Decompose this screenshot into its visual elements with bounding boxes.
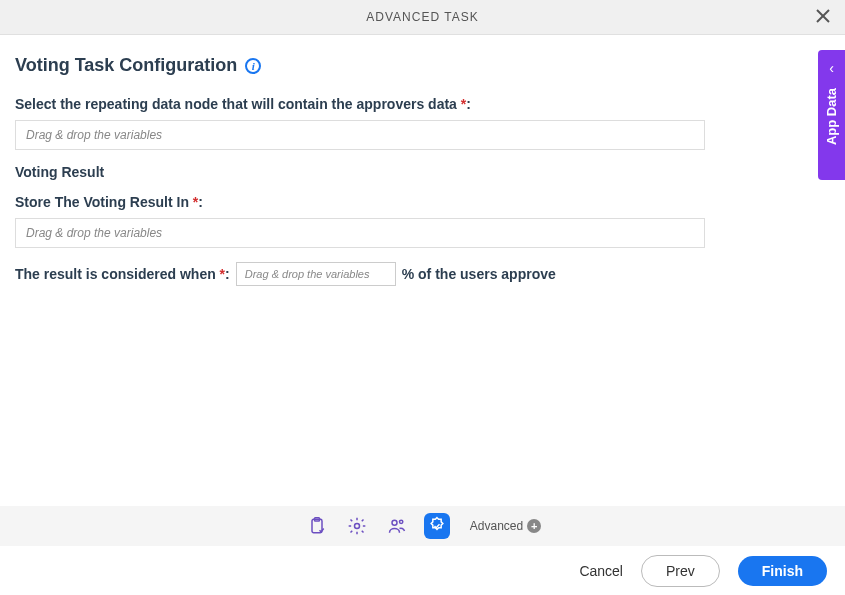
store-result-label: Store The Voting Result In *:: [15, 194, 830, 210]
cancel-button[interactable]: Cancel: [579, 563, 623, 579]
label-colon: :: [466, 96, 471, 112]
store-result-input[interactable]: Drag & drop the variables: [15, 218, 705, 248]
label-colon: :: [198, 194, 203, 210]
step-clipboard-icon[interactable]: [304, 513, 330, 539]
advanced-text: Advanced: [470, 519, 523, 533]
footer-bar: Cancel Prev Finish: [0, 546, 845, 595]
store-result-placeholder: Drag & drop the variables: [26, 226, 162, 240]
store-result-label-text: Store The Voting Result In: [15, 194, 193, 210]
stepper-bar: Advanced +: [0, 506, 845, 546]
approvers-label-text: Select the repeating data node that will…: [15, 96, 461, 112]
threshold-prefix: The result is considered when *:: [15, 266, 230, 282]
step-gear-icon[interactable]: [344, 513, 370, 539]
threshold-row: The result is considered when *: Drag & …: [15, 262, 830, 286]
page-title-row: Voting Task Configuration i: [15, 55, 830, 76]
page-title: Voting Task Configuration: [15, 55, 237, 76]
svg-point-4: [354, 524, 359, 529]
app-data-tab[interactable]: ‹ App Data: [818, 50, 845, 180]
close-icon[interactable]: [816, 8, 830, 26]
voting-result-heading: Voting Result: [15, 164, 830, 180]
svg-point-5: [392, 520, 397, 525]
finish-button[interactable]: Finish: [738, 556, 827, 586]
label-colon: :: [225, 266, 230, 282]
header-bar: ADVANCED TASK: [0, 0, 845, 35]
prev-button[interactable]: Prev: [641, 555, 720, 587]
svg-point-6: [399, 520, 402, 523]
plus-circle-icon: +: [527, 519, 541, 533]
advanced-label-group[interactable]: Advanced +: [470, 519, 541, 533]
approvers-label: Select the repeating data node that will…: [15, 96, 830, 112]
step-advanced-icon[interactable]: [424, 513, 450, 539]
header-title: ADVANCED TASK: [366, 10, 478, 24]
threshold-input[interactable]: Drag & drop the variables: [236, 262, 396, 286]
info-icon[interactable]: i: [245, 58, 261, 74]
side-tab-label: App Data: [824, 88, 839, 145]
chevron-left-icon: ‹: [829, 60, 834, 76]
approvers-input[interactable]: Drag & drop the variables: [15, 120, 705, 150]
step-users-icon[interactable]: [384, 513, 410, 539]
threshold-suffix: % of the users approve: [402, 266, 556, 282]
approvers-placeholder: Drag & drop the variables: [26, 128, 162, 142]
threshold-placeholder: Drag & drop the variables: [245, 268, 370, 280]
content-area: Voting Task Configuration i Select the r…: [0, 35, 845, 286]
